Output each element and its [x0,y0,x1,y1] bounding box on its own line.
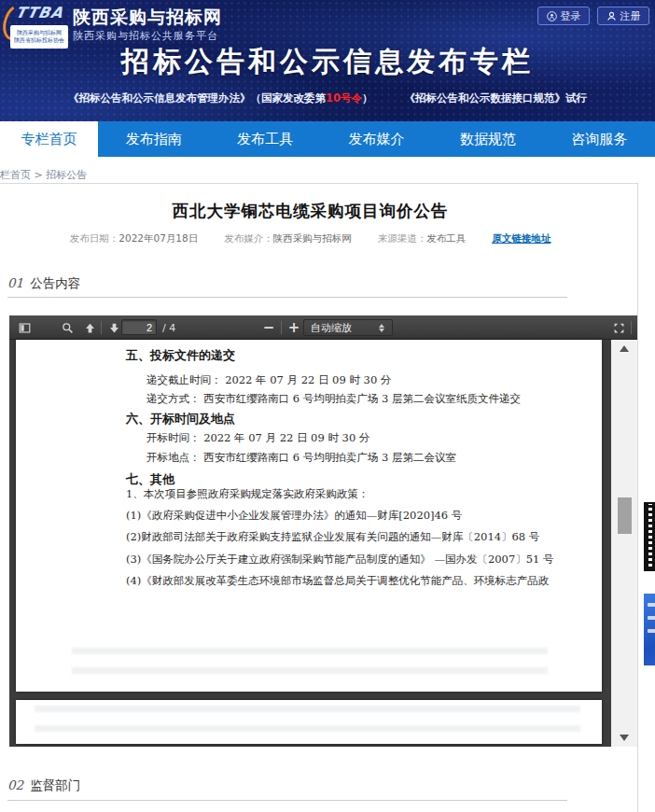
tab-column-home[interactable]: 专栏首页 [0,121,98,157]
pdf-scrollbar[interactable] [611,340,637,747]
section1-title: 公告内容 [30,275,80,290]
qr-code-floater[interactable] [644,502,655,571]
doc-line: 递交截止时间： 2022 年 07 月 22 日 09 时 30 分 [146,373,391,387]
page-up-icon [84,322,96,334]
banner-title: 招标公告和公示信息发布专栏 [0,43,655,81]
banner-note-red: 10号令 [326,91,362,105]
meta-source-channel: 来源渠道：发布工具 [378,232,467,245]
sidebar-toggle-button[interactable] [15,319,34,336]
page-down-icon [108,322,120,334]
presentation-mode-button[interactable] [609,319,628,336]
page-number-input[interactable] [121,319,157,335]
tab-publish-media[interactable]: 发布媒介 [321,121,432,157]
doc-line: (1)《政府采购促进中小企业发展管理办法》的通知—财库[2020]46 号 [126,509,462,523]
section2-number: 02 [7,777,23,792]
next-page-button[interactable] [105,319,123,336]
login-button[interactable]: 登录 [537,7,590,25]
banner-note: 《招标公告和公示信息发布管理办法》（国家发改委第10号令）《招标公告和公示数据接… [0,91,655,105]
site-header: TTBA 陕西采购与招标网 陕西省招标投标协会 陕西采购与招标网 陕西采购与招标… [0,0,655,121]
content-panel-top-border [0,183,638,184]
doc-heading-5: 五、投标文件的递交 [126,347,235,364]
doc-line: 开标时间： 2022 年 07 月 22 日 09 时 30 分 [146,431,369,445]
article-meta: 发布日期：2022年07月18日 发布媒介：陕西采购与招标网 来源渠道：发布工具… [0,232,620,245]
meta-publish-date: 发布日期：2022年07月18日 [70,232,198,245]
login-user-icon [547,11,557,21]
faint-text-block [72,648,548,685]
zoom-mode-value: 自动缩放 [311,322,352,334]
fullscreen-icon [613,322,625,334]
doc-heading-6: 六、开标时间及地点 [126,411,235,427]
section-supervision-header: 02监督部门 [7,777,80,794]
site-subtitle: 陕西采购与招标公共服务平台 [73,29,218,43]
original-link[interactable]: 原文链接地址 [492,232,550,245]
find-button[interactable] [58,319,77,336]
pdf-page-next [16,700,602,744]
tab-consulting[interactable]: 咨询服务 [544,121,655,157]
logo-mark: TTBA [14,4,65,21]
section1-divider [7,297,567,298]
zoom-in-button[interactable]: + [285,319,303,336]
search-icon [62,322,74,334]
breadcrumb: 栏首页 > 招标公告 [0,168,87,182]
toolbar-separator [101,321,102,334]
register-button[interactable]: 注册 [597,7,649,25]
doc-heading-7: 七、其他 [126,471,174,488]
breadcrumb-root[interactable]: 栏首页 [0,169,31,181]
faint-text-block [35,706,580,741]
banner-note-part1: 《招标公告和公示信息发布管理办法》（国家发改委第 [68,91,326,105]
section1-number: 01 [7,275,23,290]
scroll-down-arrow-icon[interactable] [620,735,629,741]
section2-title: 监督部门 [30,777,80,792]
site-logo[interactable]: TTBA 陕西采购与招标网 陕西省招标投标协会 [4,3,69,48]
doc-line: (3)《国务院办公厅关于建立政府强制采购节能产品制度的通知》 —国办发〔2007… [126,553,554,567]
toolbar-separator [281,321,282,334]
promo-banner-floater[interactable] [644,594,655,665]
tab-publish-guide[interactable]: 发布指南 [98,121,209,157]
zoom-out-button[interactable]: − [259,319,278,336]
scrollbar-thumb[interactable] [618,497,632,534]
section-announcement-header: 01公告内容 [7,275,80,292]
toolbar-separator [631,321,632,334]
tab-publish-tools[interactable]: 发布工具 [209,121,320,157]
zoom-mode-select[interactable]: 自动缩放 [303,319,393,336]
banner-note-part3: 《招标公告和公示数据接口规范》试行 [405,91,588,105]
content-panel-right-border [637,183,638,812]
pdf-page-current: 五、投标文件的递交 递交截止时间： 2022 年 07 月 22 日 09 时 … [16,340,602,692]
logo-caption-line1: 陕西采购与招标网 [10,29,68,36]
register-user-icon [606,11,617,21]
page-count-label: / 4 [162,322,175,334]
previous-page-button[interactable] [80,319,99,336]
site-name: 陕西采购与招标网 [73,6,222,30]
banner-note-part2: ） [362,91,373,105]
main-nav: 专栏首页 发布指南 发布工具 发布媒介 数据规范 咨询服务 [0,121,655,157]
meta-publish-medium: 发布媒介：陕西采购与招标网 [224,232,352,245]
doc-line: (4)《财政部发展改革委生态环境部市场监督总局关于调整优化节能产品、环境标志产品… [126,574,549,588]
pdf-viewer: / 4 − + 自动缩放 五、投标文件的递交 递交截止时间： 2022 年 07… [9,315,637,747]
tab-data-standards[interactable]: 数据规范 [432,121,543,157]
login-label: 登录 [561,9,581,23]
doc-line: 开标地点： 西安市红缨路南口 6 号均明拍卖广场 3 层第二会议室 [146,451,456,465]
doc-line: 递交方式： 西安市红缨路南口 6 号均明拍卖广场 3 层第二会议室纸质文件递交 [146,392,521,406]
page: TTBA 陕西采购与招标网 陕西省招标投标协会 陕西采购与招标网 陕西采购与招标… [0,0,655,812]
article-title: 西北大学铜芯电缆采购项目询价公告 [0,200,620,222]
register-label: 注册 [620,9,641,23]
pdf-toolbar: / 4 − + 自动缩放 [9,315,637,340]
select-arrows-icon [379,323,386,333]
breadcrumb-current: 招标公告 [46,169,87,181]
breadcrumb-separator: > [31,169,46,181]
doc-line: (2)财政部司法部关于政府采购支持监狱企业发展有关问题的通知—财库〔2014〕6… [126,530,539,544]
sidebar-toggle-icon [19,322,31,334]
scroll-up-arrow-icon[interactable] [620,345,629,352]
section2-divider [7,800,567,801]
doc-line: 1、本次项目参照政府采购规定落实政府采购政策： [126,487,369,501]
